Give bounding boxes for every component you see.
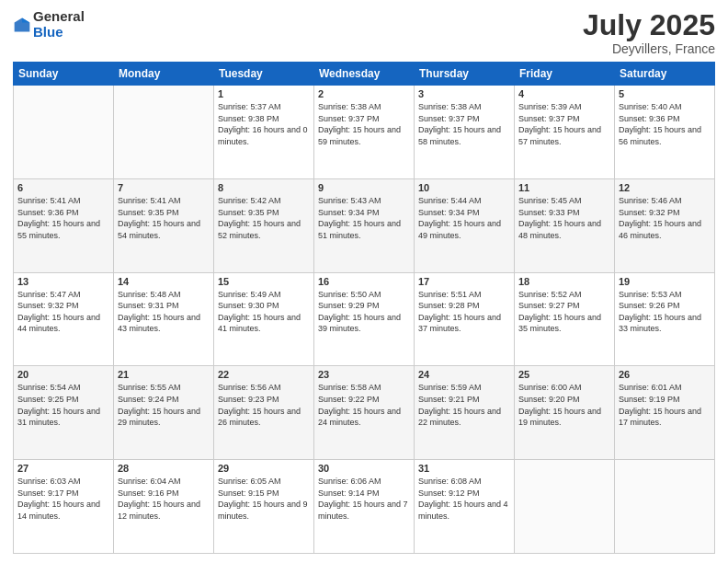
calendar-cell: 11Sunrise: 5:45 AMSunset: 9:33 PMDayligh… <box>515 178 615 272</box>
day-number: 30 <box>318 463 410 474</box>
cell-details: Sunrise: 5:56 AMSunset: 9:23 PMDaylight:… <box>218 382 310 428</box>
cell-details: Sunrise: 5:38 AMSunset: 9:37 PMDaylight:… <box>418 101 510 147</box>
logo: General Blue <box>13 9 85 40</box>
title-block: July 2025 Deyvillers, France <box>583 9 715 56</box>
cell-details: Sunrise: 5:37 AMSunset: 9:38 PMDaylight:… <box>218 101 310 147</box>
calendar-cell: 12Sunrise: 5:46 AMSunset: 9:32 PMDayligh… <box>615 178 715 272</box>
day-number: 28 <box>118 463 210 474</box>
day-number: 27 <box>17 463 109 474</box>
calendar-cell: 21Sunrise: 5:55 AMSunset: 9:24 PMDayligh… <box>114 366 214 460</box>
cell-details: Sunrise: 5:43 AMSunset: 9:34 PMDaylight:… <box>318 195 410 241</box>
calendar-cell: 28Sunrise: 6:04 AMSunset: 9:16 PMDayligh… <box>114 460 214 554</box>
cell-details: Sunrise: 5:47 AMSunset: 9:32 PMDaylight:… <box>17 289 109 335</box>
day-number: 16 <box>318 276 410 287</box>
calendar-cell: 17Sunrise: 5:51 AMSunset: 9:28 PMDayligh… <box>415 272 515 366</box>
calendar-cell: 20Sunrise: 5:54 AMSunset: 9:25 PMDayligh… <box>14 366 114 460</box>
cell-details: Sunrise: 5:46 AMSunset: 9:32 PMDaylight:… <box>619 195 711 241</box>
calendar-cell: 6Sunrise: 5:41 AMSunset: 9:36 PMDaylight… <box>14 178 114 272</box>
day-number: 5 <box>619 88 711 99</box>
day-number: 17 <box>418 276 510 287</box>
calendar-cell: 14Sunrise: 5:48 AMSunset: 9:31 PMDayligh… <box>114 272 214 366</box>
weekday-header: Tuesday <box>214 63 314 86</box>
calendar-cell <box>114 86 214 179</box>
day-number: 14 <box>118 276 210 287</box>
calendar-week-row: 1Sunrise: 5:37 AMSunset: 9:38 PMDaylight… <box>14 86 715 179</box>
calendar-cell: 23Sunrise: 5:58 AMSunset: 9:22 PMDayligh… <box>314 366 415 460</box>
cell-details: Sunrise: 5:55 AMSunset: 9:24 PMDaylight:… <box>118 382 210 428</box>
weekday-header: Sunday <box>14 63 114 86</box>
calendar-cell: 5Sunrise: 5:40 AMSunset: 9:36 PMDaylight… <box>615 86 715 179</box>
cell-details: Sunrise: 6:05 AMSunset: 9:15 PMDaylight:… <box>218 476 310 522</box>
day-number: 23 <box>318 369 410 380</box>
calendar-cell: 25Sunrise: 6:00 AMSunset: 9:20 PMDayligh… <box>515 366 615 460</box>
weekday-header: Wednesday <box>314 63 415 86</box>
calendar-cell: 1Sunrise: 5:37 AMSunset: 9:38 PMDaylight… <box>214 86 314 179</box>
calendar-cell <box>515 460 615 554</box>
logo-icon <box>13 16 31 34</box>
calendar-cell: 24Sunrise: 5:59 AMSunset: 9:21 PMDayligh… <box>415 366 515 460</box>
cell-details: Sunrise: 5:45 AMSunset: 9:33 PMDaylight:… <box>518 195 610 241</box>
cell-details: Sunrise: 5:50 AMSunset: 9:29 PMDaylight:… <box>318 289 410 335</box>
cell-details: Sunrise: 5:44 AMSunset: 9:34 PMDaylight:… <box>418 195 510 241</box>
day-number: 13 <box>17 276 109 287</box>
calendar-cell <box>14 86 114 179</box>
day-number: 22 <box>218 369 310 380</box>
day-number: 3 <box>418 88 510 99</box>
day-number: 12 <box>619 182 711 193</box>
weekday-header: Friday <box>515 63 615 86</box>
day-number: 19 <box>619 276 711 287</box>
weekday-header: Saturday <box>615 63 715 86</box>
month-title: July 2025 <box>583 9 715 41</box>
calendar-cell: 30Sunrise: 6:06 AMSunset: 9:14 PMDayligh… <box>314 460 415 554</box>
day-number: 20 <box>17 369 109 380</box>
cell-details: Sunrise: 5:48 AMSunset: 9:31 PMDaylight:… <box>118 289 210 335</box>
cell-details: Sunrise: 6:06 AMSunset: 9:14 PMDaylight:… <box>318 476 410 522</box>
weekday-header: Monday <box>114 63 214 86</box>
cell-details: Sunrise: 5:58 AMSunset: 9:22 PMDaylight:… <box>318 382 410 428</box>
calendar-cell: 2Sunrise: 5:38 AMSunset: 9:37 PMDaylight… <box>314 86 415 179</box>
calendar-cell: 18Sunrise: 5:52 AMSunset: 9:27 PMDayligh… <box>515 272 615 366</box>
day-number: 7 <box>118 182 210 193</box>
weekday-header-row: SundayMondayTuesdayWednesdayThursdayFrid… <box>14 63 715 86</box>
cell-details: Sunrise: 5:38 AMSunset: 9:37 PMDaylight:… <box>318 101 410 147</box>
calendar-cell: 27Sunrise: 6:03 AMSunset: 9:17 PMDayligh… <box>14 460 114 554</box>
day-number: 1 <box>218 88 310 99</box>
calendar-week-row: 27Sunrise: 6:03 AMSunset: 9:17 PMDayligh… <box>14 460 715 554</box>
cell-details: Sunrise: 5:51 AMSunset: 9:28 PMDaylight:… <box>418 289 510 335</box>
cell-details: Sunrise: 5:52 AMSunset: 9:27 PMDaylight:… <box>518 289 610 335</box>
logo-general-text: General <box>33 8 85 24</box>
calendar-cell: 31Sunrise: 6:08 AMSunset: 9:12 PMDayligh… <box>415 460 515 554</box>
day-number: 15 <box>218 276 310 287</box>
cell-details: Sunrise: 5:53 AMSunset: 9:26 PMDaylight:… <box>619 289 711 335</box>
cell-details: Sunrise: 6:04 AMSunset: 9:16 PMDaylight:… <box>118 476 210 522</box>
day-number: 8 <box>218 182 310 193</box>
cell-details: Sunrise: 5:41 AMSunset: 9:36 PMDaylight:… <box>17 195 109 241</box>
cell-details: Sunrise: 6:08 AMSunset: 9:12 PMDaylight:… <box>418 476 510 522</box>
cell-details: Sunrise: 5:42 AMSunset: 9:35 PMDaylight:… <box>218 195 310 241</box>
day-number: 26 <box>619 369 711 380</box>
calendar-cell: 3Sunrise: 5:38 AMSunset: 9:37 PMDaylight… <box>415 86 515 179</box>
cell-details: Sunrise: 5:59 AMSunset: 9:21 PMDaylight:… <box>418 382 510 428</box>
day-number: 18 <box>518 276 610 287</box>
calendar-cell: 19Sunrise: 5:53 AMSunset: 9:26 PMDayligh… <box>615 272 715 366</box>
calendar-week-row: 20Sunrise: 5:54 AMSunset: 9:25 PMDayligh… <box>14 366 715 460</box>
calendar-cell: 4Sunrise: 5:39 AMSunset: 9:37 PMDaylight… <box>515 86 615 179</box>
page: General Blue July 2025 Deyvillers, Franc… <box>0 0 728 563</box>
calendar-week-row: 13Sunrise: 5:47 AMSunset: 9:32 PMDayligh… <box>14 272 715 366</box>
cell-details: Sunrise: 6:00 AMSunset: 9:20 PMDaylight:… <box>518 382 610 428</box>
cell-details: Sunrise: 5:41 AMSunset: 9:35 PMDaylight:… <box>118 195 210 241</box>
calendar-week-row: 6Sunrise: 5:41 AMSunset: 9:36 PMDaylight… <box>14 178 715 272</box>
day-number: 11 <box>518 182 610 193</box>
calendar-cell: 9Sunrise: 5:43 AMSunset: 9:34 PMDaylight… <box>314 178 415 272</box>
cell-details: Sunrise: 5:40 AMSunset: 9:36 PMDaylight:… <box>619 101 711 147</box>
cell-details: Sunrise: 5:39 AMSunset: 9:37 PMDaylight:… <box>518 101 610 147</box>
calendar-cell: 15Sunrise: 5:49 AMSunset: 9:30 PMDayligh… <box>214 272 314 366</box>
day-number: 9 <box>318 182 410 193</box>
cell-details: Sunrise: 5:49 AMSunset: 9:30 PMDaylight:… <box>218 289 310 335</box>
calendar-cell: 13Sunrise: 5:47 AMSunset: 9:32 PMDayligh… <box>14 272 114 366</box>
location: Deyvillers, France <box>583 41 715 56</box>
calendar-cell: 26Sunrise: 6:01 AMSunset: 9:19 PMDayligh… <box>615 366 715 460</box>
header: General Blue July 2025 Deyvillers, Franc… <box>13 9 715 56</box>
day-number: 29 <box>218 463 310 474</box>
calendar-cell: 10Sunrise: 5:44 AMSunset: 9:34 PMDayligh… <box>415 178 515 272</box>
